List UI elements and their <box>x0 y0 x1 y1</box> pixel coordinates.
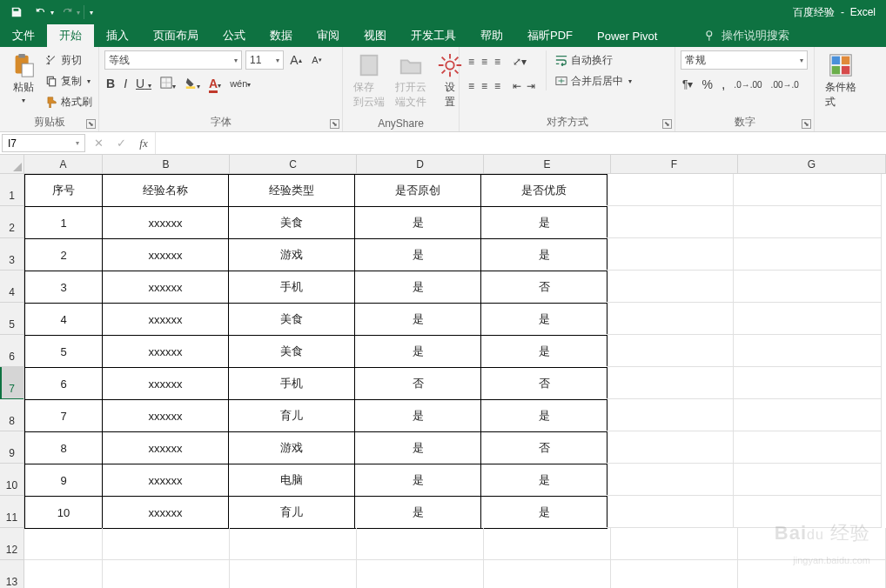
cell[interactable]: 是 <box>354 303 481 336</box>
name-box[interactable]: I7▾ <box>2 134 85 152</box>
cell[interactable] <box>607 206 734 238</box>
row-header[interactable]: 10 <box>0 464 23 496</box>
ribbon-tab-7[interactable]: 视图 <box>352 24 399 47</box>
cell[interactable]: 游戏 <box>228 238 355 271</box>
worksheet[interactable]: ABCDEFG 12345678910111213 序号经验名称经验类型是否原创… <box>0 155 886 588</box>
save-icon[interactable] <box>5 2 28 23</box>
cell[interactable] <box>357 528 484 560</box>
cell[interactable]: 是 <box>354 399 481 432</box>
merge-center-button[interactable]: 合并后居中▾ <box>554 71 634 90</box>
cell[interactable] <box>607 431 734 464</box>
conditional-format-button[interactable]: 条件格式 <box>820 50 862 111</box>
cell[interactable]: 是 <box>480 238 607 271</box>
cell[interactable]: 经验名称 <box>102 174 229 207</box>
cell[interactable]: 6 <box>24 367 103 400</box>
cell[interactable] <box>734 367 882 399</box>
cell[interactable] <box>24 560 103 588</box>
cell[interactable] <box>611 528 738 560</box>
cell[interactable]: 经验类型 <box>228 174 355 207</box>
cell[interactable]: 4 <box>24 303 103 336</box>
cell[interactable]: 是 <box>480 496 607 529</box>
cell[interactable]: xxxxxx <box>102 271 229 304</box>
cell[interactable]: 1 <box>24 206 103 239</box>
cell[interactable]: 9 <box>24 464 103 497</box>
format-painter-button[interactable]: 格式刷 <box>44 92 94 111</box>
row-header[interactable]: 6 <box>0 335 23 367</box>
row-header[interactable]: 5 <box>0 303 23 335</box>
percent-format-icon[interactable]: % <box>701 77 712 91</box>
cell[interactable]: 育儿 <box>228 496 355 529</box>
cell[interactable]: xxxxxx <box>102 496 229 529</box>
column-header[interactable]: C <box>230 155 357 173</box>
orientation-icon[interactable]: ⤢▾ <box>513 56 527 68</box>
ribbon-tab-4[interactable]: 公式 <box>211 24 258 47</box>
formula-input[interactable] <box>156 132 886 154</box>
cell[interactable]: 否 <box>480 271 607 304</box>
redo-icon[interactable] <box>56 2 78 23</box>
cell[interactable]: xxxxxx <box>102 431 229 464</box>
cell[interactable]: xxxxxx <box>102 303 229 336</box>
wrap-text-button[interactable]: 自动换行 <box>554 50 634 70</box>
cell[interactable] <box>734 431 882 464</box>
cell[interactable]: 是否优质 <box>480 174 607 207</box>
cell[interactable] <box>734 206 882 238</box>
align-bottom-icon[interactable]: ≡ <box>494 56 500 68</box>
ribbon-tab-0[interactable]: 文件 <box>0 24 47 47</box>
align-left-icon[interactable]: ≡ <box>468 80 474 92</box>
cell[interactable] <box>734 496 882 528</box>
cell[interactable] <box>611 560 738 588</box>
row-header[interactable]: 4 <box>0 271 23 303</box>
cell[interactable]: 否 <box>354 367 481 400</box>
cell[interactable]: 是 <box>354 496 481 529</box>
cell[interactable]: 电脑 <box>228 464 355 497</box>
cell[interactable]: 否 <box>480 367 607 400</box>
ribbon-tab-3[interactable]: 页面布局 <box>141 24 211 47</box>
underline-button[interactable]: U ▾ <box>136 77 151 90</box>
column-header[interactable]: D <box>357 155 484 173</box>
row-header[interactable]: 11 <box>0 496 23 528</box>
cell[interactable]: 美食 <box>228 206 355 239</box>
cell[interactable]: 是 <box>354 335 481 368</box>
cell[interactable]: 手机 <box>228 367 355 400</box>
cell[interactable]: 是否原创 <box>354 174 481 207</box>
cell[interactable] <box>734 174 882 206</box>
fill-color-button[interactable]: ▾ <box>185 77 200 91</box>
cell[interactable] <box>24 528 103 560</box>
cell[interactable] <box>230 560 357 588</box>
row-header[interactable]: 9 <box>0 431 23 464</box>
font-size-combo[interactable]: 11▾ <box>245 50 284 70</box>
row-header[interactable]: 8 <box>0 399 23 431</box>
cell[interactable] <box>103 528 230 560</box>
tell-me-search[interactable]: 操作说明搜索 <box>704 24 789 47</box>
column-header[interactable]: G <box>738 155 886 173</box>
align-middle-icon[interactable]: ≡ <box>481 56 487 68</box>
align-center-icon[interactable]: ≡ <box>481 80 487 92</box>
cell[interactable]: 8 <box>24 431 103 464</box>
column-headers[interactable]: ABCDEFG <box>24 155 886 174</box>
cell[interactable]: 3 <box>24 271 103 304</box>
cell[interactable]: 是 <box>480 399 607 432</box>
cell[interactable]: 7 <box>24 399 103 432</box>
row-header[interactable]: 13 <box>0 560 23 588</box>
cell[interactable] <box>738 560 886 588</box>
cell[interactable] <box>103 560 230 588</box>
cell[interactable] <box>607 367 734 399</box>
increase-indent-icon[interactable]: ⇥ <box>527 80 535 92</box>
cell[interactable] <box>357 560 484 588</box>
cell[interactable]: 是 <box>354 431 481 464</box>
cell[interactable]: xxxxxx <box>102 238 229 271</box>
cell[interactable]: 是 <box>354 238 481 271</box>
cell[interactable] <box>607 303 734 335</box>
cell[interactable]: 美食 <box>228 303 355 336</box>
font-name-combo[interactable]: 等线▾ <box>104 50 242 70</box>
cell[interactable]: 游戏 <box>228 431 355 464</box>
increase-font-icon[interactable]: A▴ <box>287 51 305 69</box>
cell[interactable]: 否 <box>480 431 607 464</box>
ribbon-tab-6[interactable]: 审阅 <box>305 24 352 47</box>
column-header[interactable]: A <box>24 155 103 173</box>
decrease-font-icon[interactable]: A▾ <box>308 51 326 69</box>
ribbon-tab-1[interactable]: 开始 <box>47 24 94 47</box>
cell[interactable]: 是 <box>354 206 481 239</box>
cell[interactable]: 手机 <box>228 271 355 304</box>
ribbon-tab-11[interactable]: Power Pivot <box>585 24 669 47</box>
